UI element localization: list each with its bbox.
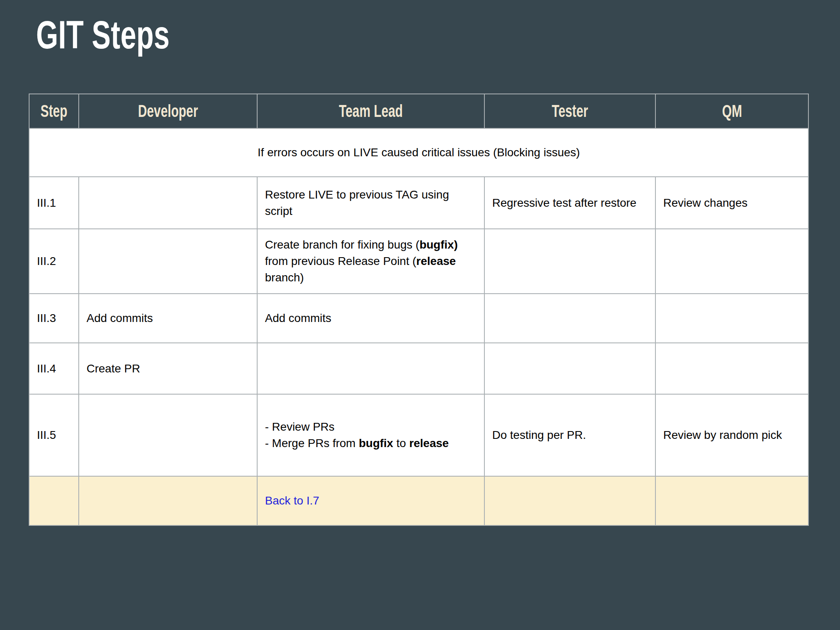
table-cell-developer: Create PR (79, 343, 257, 394)
column-header-tester: Tester (484, 94, 655, 128)
cell-text: - Review PRs - Merge PRs from (265, 420, 359, 450)
table-cell-team-lead: Restore LIVE to previous TAG using scrip… (257, 177, 484, 229)
git-steps-table: StepDeveloperTeam LeadTesterQM If errors… (29, 94, 809, 526)
cell-text: Create PR (87, 362, 140, 375)
table-cell-qm (655, 343, 808, 394)
cell-text: Add commits (265, 312, 331, 324)
banner-row: If errors occurs on LIVE caused critical… (29, 128, 808, 177)
page-title: GIT Steps (36, 12, 170, 57)
table-row-III.4: III.4Create PR (29, 343, 808, 394)
cell-text: Create branch for fixing bugs ( (265, 238, 420, 251)
table-row-III.1: III.1Restore LIVE to previous TAG using … (29, 177, 808, 229)
footer-cell-tester (484, 476, 655, 525)
cell-text: Restore LIVE to previous TAG using scrip… (265, 188, 452, 217)
step-cell: III.3 (29, 294, 79, 343)
table-cell-qm: Review changes (655, 177, 808, 229)
back-link[interactable]: Back to I.7 (265, 494, 319, 507)
column-header-team-lead: Team Lead (257, 94, 484, 128)
cell-text-bold: release (416, 255, 456, 267)
column-header-qm: QM (655, 94, 808, 128)
cell-text-bold: bugfix (359, 437, 393, 450)
table-cell-developer: Add commits (79, 294, 257, 343)
table-cell-qm (655, 294, 808, 343)
column-header-label: QM (722, 101, 742, 121)
step-cell: III.2 (29, 229, 79, 294)
footer-row: Back to I.7 (29, 476, 808, 525)
column-header-label: Developer (138, 101, 198, 121)
table-cell-tester: Do testing per PR. (484, 394, 655, 476)
table-cell-tester (484, 229, 655, 294)
cell-text: Add commits (87, 312, 153, 324)
table-cell-developer (79, 229, 257, 294)
table-cell-team-lead (257, 343, 484, 394)
step-cell: III.4 (29, 343, 79, 394)
cell-text: Regressive test after restore (492, 196, 637, 209)
column-header-developer: Developer (79, 94, 257, 128)
step-cell: III.1 (29, 177, 79, 229)
cell-text: Do testing per PR. (492, 429, 586, 441)
footer-cell-step (29, 476, 79, 525)
table-cell-tester: Regressive test after restore (484, 177, 655, 229)
banner-text: If errors occurs on LIVE caused critical… (29, 128, 808, 177)
cell-text-bold: release (409, 437, 449, 450)
footer-cell-team-lead: Back to I.7 (257, 476, 484, 525)
step-cell: III.5 (29, 394, 79, 476)
table-row-III.5: III.5- Review PRs - Merge PRs from bugfi… (29, 394, 808, 476)
table-header: StepDeveloperTeam LeadTesterQM (29, 94, 808, 128)
column-header-label: Team Lead (339, 101, 403, 121)
column-header-label: Tester (552, 101, 588, 121)
table-cell-team-lead: Create branch for fixing bugs (bugfix) f… (257, 229, 484, 294)
table-cell-tester (484, 343, 655, 394)
table-cell-developer (79, 177, 257, 229)
column-header-step: Step (29, 94, 79, 128)
footer-cell-qm (655, 476, 808, 525)
cell-text: to (393, 437, 409, 450)
cell-text: Review changes (663, 196, 747, 209)
table-cell-qm: Review by random pick (655, 394, 808, 476)
table-cell-team-lead: Add commits (257, 294, 484, 343)
table-row-III.2: III.2Create branch for fixing bugs (bugf… (29, 229, 808, 294)
cell-text: Review by random pick (663, 429, 782, 441)
table-row-III.3: III.3Add commitsAdd commits (29, 294, 808, 343)
table-body: If errors occurs on LIVE caused critical… (29, 128, 808, 525)
slide: GIT Steps StepDeveloperTeam LeadTesterQM… (0, 0, 840, 630)
footer-cell-developer (79, 476, 257, 525)
column-header-label: Step (41, 101, 68, 121)
header-row: StepDeveloperTeam LeadTesterQM (29, 94, 808, 128)
table-cell-qm (655, 229, 808, 294)
table-cell-developer (79, 394, 257, 476)
table-cell-tester (484, 294, 655, 343)
table-cell-team-lead: - Review PRs - Merge PRs from bugfix to … (257, 394, 484, 476)
cell-text-bold: bugfix) (420, 238, 458, 251)
